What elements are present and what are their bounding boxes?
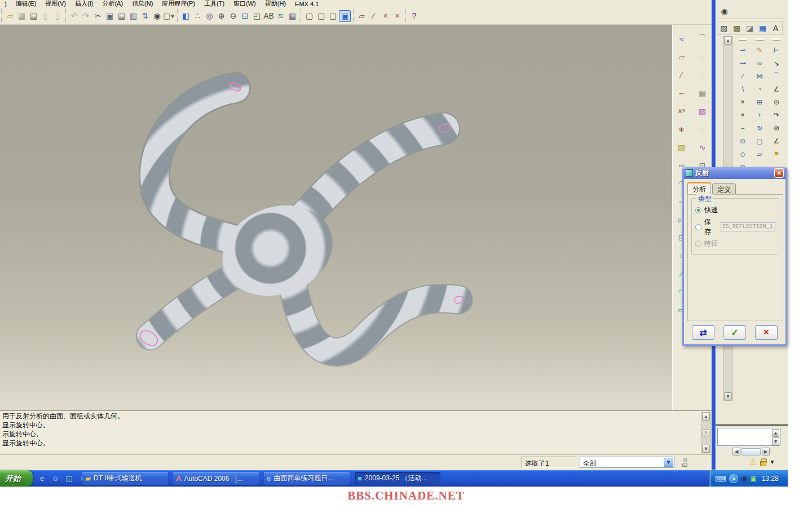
diameter-icon[interactable]: ⊘ (771, 122, 782, 133)
scroll-right-button[interactable]: ▶ (762, 448, 770, 456)
menu-analysis[interactable]: 分析(A) (98, 0, 127, 8)
ok-button[interactable]: ✓ (723, 325, 746, 340)
menu-emx[interactable]: EMX 4.1 (290, 1, 323, 7)
print-icon[interactable]: ▤ (28, 10, 39, 22)
section-lens-1-icon[interactable]: ◌ (696, 51, 708, 63)
dropdown-arrow-icon[interactable]: ▼ (770, 459, 775, 465)
slant-line-alt-icon[interactable]: ∖ (737, 84, 748, 94)
table-grid-icon[interactable]: ▦ (757, 22, 769, 34)
graphics-viewport[interactable] (0, 25, 672, 410)
save-icon[interactable]: ▦ (16, 10, 28, 22)
points-toggle-icon[interactable]: × (379, 10, 391, 22)
grid-panel-icon[interactable]: ▦ (696, 87, 708, 99)
media-quicklaunch-icon[interactable]: ◱ (64, 474, 74, 483)
copy-icon[interactable]: ▣ (104, 10, 116, 22)
menu-help[interactable]: 帮助(H) (261, 0, 290, 8)
cross-small-icon[interactable]: × (737, 110, 748, 120)
pencil-icon[interactable]: ✎ (754, 45, 765, 55)
zebra-analysis-model[interactable] (0, 25, 672, 410)
hidden-edges-view-icon[interactable]: ▢ (315, 10, 327, 22)
keyboard-tray-icon[interactable]: ⌨ (715, 474, 726, 483)
menu-window[interactable]: 窗口(W) (229, 0, 261, 8)
context-help-icon[interactable]: ? (408, 10, 420, 22)
selection-filter-dropdown[interactable]: 全部 ▼ (580, 457, 674, 468)
task-folder[interactable]: ▰ DT II带式输送机 (82, 472, 168, 485)
hide-tray-icons-button[interactable]: ◂ (729, 474, 738, 483)
diagonal-dim-icon[interactable]: ↘ (771, 58, 782, 68)
alert-person-icon[interactable]: ⚠ (749, 457, 757, 466)
scroll-down-button[interactable]: ▼ (724, 392, 732, 400)
shaded-view-icon[interactable]: ▣ (339, 10, 351, 22)
reorder-icon[interactable]: ⇅ (139, 10, 151, 22)
fillet-icon[interactable]: ⌒ (696, 33, 708, 45)
radio-quick[interactable]: 快速 (695, 205, 775, 215)
slant-line-icon[interactable]: ∕ (737, 71, 748, 81)
scroll-thumb[interactable]: ≡ (703, 430, 709, 436)
boolean-icon[interactable]: ◔ (754, 84, 765, 94)
panel-list-box[interactable]: ▲ ▼ (717, 428, 780, 446)
panel-horizontal-scrollbar[interactable]: ◀ ▶ (732, 448, 770, 456)
spin-down-button[interactable]: ▼ (772, 437, 779, 445)
select-box-icon[interactable]: ▢ (754, 135, 765, 146)
volume-tray-icon[interactable]: ◉ (741, 474, 747, 483)
clipboard-check-icon[interactable]: ▯ (39, 10, 51, 22)
move-icon[interactable]: + (754, 110, 765, 120)
menu-insert[interactable]: 插入(I) (70, 0, 98, 8)
toolbar-grip[interactable] (739, 38, 747, 41)
scroll-up-button[interactable]: ▲ (724, 37, 732, 45)
magenta-hatch-icon[interactable]: ▨ (696, 105, 708, 117)
paste-icon[interactable]: ▤ (116, 10, 127, 22)
hatch-region-icon[interactable]: ▨ (676, 141, 687, 153)
diamond-icon[interactable]: ◇ (737, 148, 748, 159)
csys-toggle-icon[interactable]: × (391, 10, 403, 22)
angle-dim-icon[interactable]: ∠ (771, 84, 782, 94)
section-lens-2-icon[interactable]: ◌ (696, 69, 708, 81)
datum-axis-toggle-icon[interactable]: ⁄ (368, 10, 379, 22)
studio-spline-icon[interactable]: ≈ (676, 33, 687, 45)
datum-plane-toggle-icon[interactable]: ▱ (356, 10, 368, 22)
radio-feature[interactable]: 特征 (695, 239, 775, 248)
messenger-quicklaunch-icon[interactable]: ☺ (51, 474, 60, 483)
tab-analysis[interactable]: 分析 (687, 182, 711, 194)
zoom-out-icon[interactable]: ⊖ (227, 10, 239, 22)
zoom-box-icon[interactable]: ⊡ (239, 10, 251, 22)
scroll-down-button[interactable]: ▼ (702, 445, 710, 453)
redo-icon[interactable]: ↷ (80, 10, 92, 22)
extrude-icon[interactable]: ◰ (251, 10, 263, 22)
bounded-plane-icon[interactable]: ▱ (676, 51, 687, 63)
wireframe-view-icon[interactable]: ▢ (303, 10, 315, 22)
snap-point-icon[interactable]: ∴ (192, 10, 204, 22)
clipboard-link-icon[interactable]: ▯ (51, 10, 63, 22)
paste-special-icon[interactable]: ▥ (127, 10, 139, 22)
hatch-olive-icon[interactable]: ▩ (731, 22, 743, 34)
toolbar-grip[interactable] (756, 38, 764, 41)
task-nx-session[interactable]: ■ 2009-03-25 （活动... (355, 472, 440, 485)
cross-large-icon[interactable]: × (737, 97, 748, 107)
rotate-icon[interactable]: ↻ (754, 122, 765, 133)
cut-icon[interactable]: ✂ (92, 10, 104, 22)
layout-table-icon[interactable]: ▦ (286, 10, 298, 22)
layers-icon[interactable]: ≋ (275, 10, 286, 22)
radio-save[interactable]: 保存 IS_REFLECTION_1 (695, 217, 775, 237)
toolbar-grip[interactable] (773, 38, 780, 41)
circle-dot-icon[interactable]: ⊙ (737, 135, 748, 146)
magenta-wave-icon[interactable]: ∿ (696, 141, 708, 153)
curve-tool-icon[interactable]: ∼ (676, 87, 687, 99)
compass-icon[interactable]: ⊙ (771, 97, 782, 107)
visualize-icon[interactable]: ◎ (204, 10, 215, 22)
text-a-icon[interactable]: A (770, 22, 782, 34)
scroll-up-button[interactable]: ▲ (702, 413, 710, 421)
undo-icon[interactable]: ↶ (68, 10, 80, 22)
photo-tag-icon[interactable]: ◪ (744, 22, 756, 34)
dialog-title-bar[interactable]: 反射 × (684, 167, 785, 179)
mirror-icon[interactable]: ⋈ (754, 71, 765, 81)
start-button[interactable]: 开始 (0, 470, 33, 487)
scroll-left-button[interactable]: ◀ (732, 448, 740, 456)
dash-dot-icon[interactable]: − (737, 122, 748, 133)
ie-quicklaunch-icon[interactable]: e (37, 474, 47, 483)
spin-up-button[interactable]: ▲ (772, 429, 779, 437)
reflection-name-field[interactable]: IS_REFLECTION_1 (721, 222, 775, 231)
scanner-tray-icon[interactable]: ▣ (751, 475, 757, 483)
status-scrollbar[interactable]: ▲ ≡ ▼ (701, 412, 710, 453)
trapezoid-icon[interactable]: ▱ (754, 148, 765, 159)
